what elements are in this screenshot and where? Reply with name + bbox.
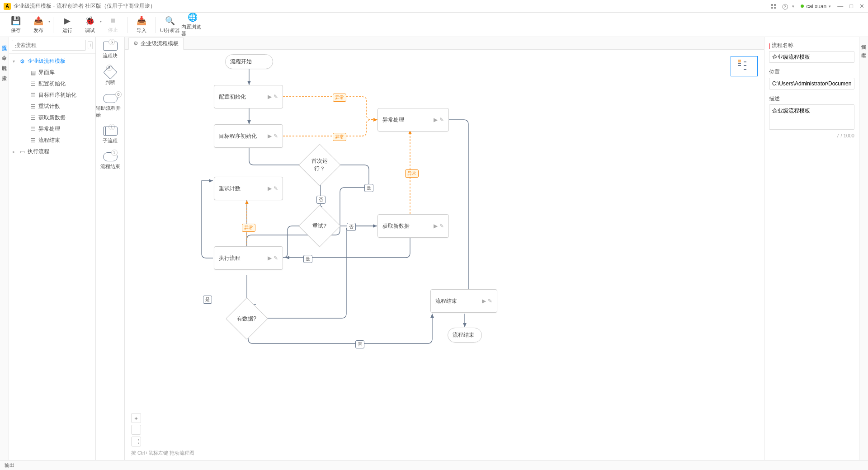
add-process-button[interactable]: + — [88, 41, 93, 49]
palette-subprocess[interactable]: 1子流程 — [103, 127, 118, 144]
palette-block[interactable]: 6流程块 — [103, 42, 118, 59]
edit-icon[interactable]: ✎ — [274, 185, 278, 192]
tree-item[interactable]: ▤界面库 — [9, 67, 95, 78]
char-count: 7 / 1000 — [769, 133, 854, 138]
node-first-run[interactable]: 首次运行？ — [298, 144, 340, 186]
search-input[interactable] — [12, 40, 86, 51]
tree-item[interactable]: ☰目标程序初始化 — [9, 89, 95, 101]
node-retry-count[interactable]: 重试计数▶✎ — [214, 177, 283, 200]
rail-search[interactable]: 搜索 — [1, 70, 8, 72]
palette-aux-start[interactable]: 0辅助流程开始 — [96, 94, 124, 118]
tree-item[interactable]: ☰异常处理 — [9, 123, 95, 135]
layers-icon: ☰ — [31, 137, 36, 144]
layers-icon: ☰ — [31, 92, 36, 99]
play-icon[interactable]: ▶ — [434, 117, 438, 123]
svg-rect-1 — [738, 61, 741, 62]
desc-input[interactable]: 企业级流程模板 — [769, 104, 854, 130]
sidebar: + ▾ ⚙ 企业级流程模板 ▤界面库 ☰配置初始化 ☰目标程序初始化 ☰重试计数… — [9, 37, 96, 460]
name-input[interactable] — [769, 51, 854, 63]
tree-item[interactable]: ☰配置初始化 — [9, 78, 95, 89]
edit-icon[interactable]: ✎ — [439, 223, 444, 229]
palette-decision[interactable]: 3判断 — [105, 67, 115, 86]
publish-button[interactable]: 📤发布 — [27, 14, 50, 36]
rail-timeline[interactable]: 时间线 — [1, 61, 8, 62]
user-menu[interactable]: cai xuan ▾ — [801, 3, 831, 9]
maximize-button[interactable]: □ — [849, 3, 853, 9]
loc-input[interactable] — [769, 78, 854, 89]
close-button[interactable]: ✕ — [859, 3, 864, 9]
node-target[interactable]: 目标程序初始化▶✎ — [214, 124, 283, 148]
subflow-icon: ▭ — [20, 149, 25, 155]
ui-analyzer-button[interactable]: 🔍UI分析器 — [159, 14, 181, 36]
edge-no: 否 — [316, 196, 326, 204]
node-end2[interactable]: 流程结束 — [448, 328, 482, 343]
node-has-data[interactable]: 有数据? — [226, 297, 268, 339]
save-button[interactable]: 💾保存 — [5, 14, 27, 36]
layers-icon: ☰ — [31, 103, 36, 110]
edit-icon[interactable]: ✎ — [274, 255, 278, 261]
ui-lib-icon: ▤ — [31, 70, 36, 76]
publish-dropdown-icon[interactable]: ▾ — [48, 19, 50, 24]
tree-exec[interactable]: ▸ ▭ 执行流程 — [9, 146, 95, 157]
edit-icon[interactable]: ✎ — [274, 94, 278, 100]
debug-button[interactable]: 🐞调试 — [79, 14, 101, 36]
zoom-fit-button[interactable]: ⛶ — [131, 437, 141, 446]
svg-rect-0 — [738, 60, 741, 61]
svg-rect-2 — [738, 63, 741, 64]
desc-label: 描述 — [769, 95, 780, 103]
canvas[interactable]: 流程开始 配置初始化▶✎ 目标程序初始化▶✎ 首次运行？ 重试计数▶✎ 重试? … — [125, 50, 764, 460]
run-button[interactable]: ▶运行 — [56, 14, 79, 36]
stop-button[interactable]: ■停止 — [102, 14, 124, 36]
layers-icon: ☰ — [31, 115, 36, 121]
zoom-out-button[interactable]: − — [131, 425, 141, 435]
svg-rect-4 — [744, 61, 746, 62]
apps-icon[interactable] — [771, 4, 776, 9]
edit-icon[interactable]: ✎ — [439, 117, 444, 123]
output-label[interactable]: 输出 — [5, 462, 14, 469]
edge-yes: 是 — [303, 255, 312, 263]
tree-item[interactable]: ☰获取新数据 — [9, 112, 95, 123]
rail-command[interactable]: 命令 — [1, 51, 8, 52]
node-retry[interactable]: 重试? — [298, 205, 340, 247]
zoom-controls: + − ⛶ — [131, 413, 141, 446]
rail-process[interactable]: 流程 — [1, 41, 8, 42]
builtin-browser-button[interactable]: 🌐内置浏览器 — [181, 14, 204, 36]
play-icon[interactable]: ▶ — [268, 185, 272, 192]
toolbar: 💾保存 📤发布 ▾ ▶运行 🐞调试 ▾ ■停止 📥导入 🔍UI分析器 🌐内置浏览… — [0, 13, 868, 37]
help-icon[interactable]: ◯? — [782, 3, 786, 9]
node-exception[interactable]: 异常处理▶✎ — [377, 108, 449, 132]
node-config[interactable]: 配置初始化▶✎ — [214, 85, 283, 108]
node-start[interactable]: 流程开始 — [225, 54, 273, 69]
play-icon[interactable]: ▶ — [268, 255, 272, 261]
help-dropdown-icon[interactable]: ▾ — [792, 4, 794, 9]
zoom-in-button[interactable]: + — [131, 413, 141, 423]
node-exec[interactable]: 执行流程▶✎ — [214, 246, 283, 270]
loc-label: 位置 — [769, 68, 780, 76]
import-button[interactable]: 📥导入 — [130, 14, 153, 36]
properties-panel: |流程名称 位置 描述 企业级流程模板 7 / 1000 — [764, 37, 859, 460]
play-icon[interactable]: ▶ — [482, 298, 486, 304]
edge-exception: 异常 — [333, 94, 346, 102]
play-icon[interactable]: ▶ — [434, 223, 438, 229]
play-icon[interactable]: ▶ — [268, 133, 272, 139]
palette: 6流程块 3判断 0辅助流程开始 1子流程 1流程结束 — [96, 37, 125, 460]
user-name: cai xuan — [806, 3, 826, 9]
play-icon[interactable]: ▶ — [268, 94, 272, 100]
edit-icon[interactable]: ✎ — [274, 133, 278, 139]
left-rail: 流程 命令 时间线 搜索 — [0, 37, 9, 460]
tree-item[interactable]: ☰重试计数 — [9, 101, 95, 112]
tree-item[interactable]: ☰流程结束 — [9, 135, 95, 146]
tab-main[interactable]: ⚙企业级流程模板 — [128, 38, 184, 50]
edge-exception: 异常 — [242, 224, 255, 232]
minimap[interactable] — [731, 56, 758, 76]
tabbar: ⚙企业级流程模板 — [125, 37, 764, 50]
node-end1[interactable]: 流程结束▶✎ — [430, 289, 497, 313]
edit-icon[interactable]: ✎ — [488, 298, 492, 304]
tree-root[interactable]: ▾ ⚙ 企业级流程模板 — [9, 56, 95, 67]
edge-exception: 异常 — [333, 133, 346, 141]
name-label: 流程名称 — [772, 42, 793, 49]
chevron-down-icon: ▾ — [13, 59, 17, 64]
node-fetch[interactable]: 获取新数据▶✎ — [377, 214, 449, 238]
minimize-button[interactable]: — — [837, 3, 843, 9]
palette-end[interactable]: 1流程结束 — [100, 152, 120, 170]
